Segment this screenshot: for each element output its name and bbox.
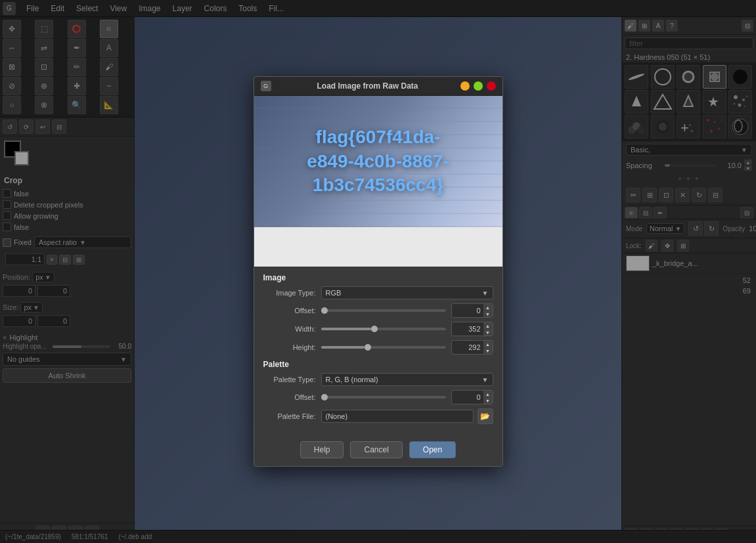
image-offset-row: Offset: ▲ ▼ <box>263 303 493 318</box>
image-type-chevron: ▼ <box>482 290 489 297</box>
image-height-down-btn[interactable]: ▼ <box>483 347 493 354</box>
image-width-spin-btns: ▲ ▼ <box>483 322 493 336</box>
image-height-up-btn[interactable]: ▲ <box>483 341 493 347</box>
image-height-slider-row <box>321 346 446 349</box>
palette-file-row-inner: (None) 📂 <box>321 408 493 424</box>
image-width-slider-row <box>321 328 446 330</box>
dialog-close-btn[interactable] <box>487 81 496 91</box>
palette-type-row: Palette Type: R, G, B (normal) ▼ <box>263 373 493 386</box>
image-type-label: Image Type: <box>263 289 316 297</box>
palette-offset-spin-btns: ▲ ▼ <box>483 391 493 404</box>
image-width-input[interactable] <box>452 323 483 335</box>
image-height-label: Height: <box>263 343 316 351</box>
image-offset-spin-btns: ▲ ▼ <box>483 304 493 317</box>
image-offset-handle <box>321 307 328 314</box>
image-height-row: Height: ▲ ▼ <box>263 340 493 355</box>
image-offset-label: Offset: <box>263 307 316 315</box>
image-offset-track[interactable] <box>321 309 446 312</box>
palette-offset-input[interactable] <box>452 391 483 403</box>
palette-offset-spinbox: ▲ ▼ <box>451 390 493 404</box>
dialog-titlebar: G Load Image from Raw Data <box>254 77 502 96</box>
dialog-title: Load Image from Raw Data <box>317 81 418 91</box>
dialog-maximize-btn[interactable] <box>474 81 483 91</box>
palette-file-value: (None) <box>326 412 348 420</box>
image-width-label: Width: <box>263 325 316 333</box>
image-offset-spinbox: ▲ ▼ <box>451 303 493 318</box>
image-width-spinbox: ▲ ▼ <box>451 322 493 336</box>
dialog-body: Image Image Type: RGB ▼ Offset: <box>254 267 502 435</box>
cancel-button[interactable]: Cancel <box>350 441 402 458</box>
image-offset-input[interactable] <box>452 305 483 316</box>
dialog-controls <box>460 81 496 91</box>
image-width-handle <box>371 326 378 332</box>
palette-type-dropdown[interactable]: R, G, B (normal) ▼ <box>321 373 493 386</box>
dialog-footer: Help Cancel Open <box>254 435 502 466</box>
open-button[interactable]: Open <box>409 441 456 458</box>
palette-file-input: (None) <box>321 410 474 423</box>
image-offset-down-btn[interactable]: ▼ <box>483 311 493 317</box>
palette-section-title: Palette <box>263 360 493 369</box>
image-type-value: RGB <box>326 289 342 297</box>
palette-type-value: R, G, B (normal) <box>326 376 378 383</box>
palette-offset-label: Offset: <box>263 393 316 401</box>
dialog-minimize-btn[interactable] <box>460 81 470 91</box>
dialog-app-icon: G <box>261 81 271 91</box>
image-width-fill <box>321 328 371 330</box>
palette-type-label: Palette Type: <box>263 376 316 383</box>
image-height-spinbox: ▲ ▼ <box>451 340 493 355</box>
help-button[interactable]: Help <box>300 441 344 458</box>
image-width-track[interactable] <box>321 328 446 330</box>
image-height-input[interactable] <box>452 341 483 353</box>
image-width-row: Width: ▲ ▼ <box>263 322 493 336</box>
palette-offset-up-btn[interactable]: ▲ <box>483 391 493 397</box>
dialog-overlay: G Load Image from Raw Data flag{607f41da… <box>0 0 756 543</box>
palette-offset-slider-row <box>321 396 446 399</box>
load-image-dialog: G Load Image from Raw Data flag{607f41da… <box>254 76 503 467</box>
image-section-title: Image <box>263 273 493 282</box>
palette-file-label: Palette File: <box>263 412 316 420</box>
image-type-dropdown[interactable]: RGB ▼ <box>321 286 493 299</box>
palette-offset-handle <box>321 394 328 401</box>
preview-text: flag{607f41da-e849-4c0b-8867-1b3c74536cc… <box>300 119 455 204</box>
preview-white-bar <box>254 227 502 267</box>
image-type-row: Image Type: RGB ▼ <box>263 286 493 299</box>
palette-offset-track[interactable] <box>321 396 446 399</box>
palette-offset-row: Offset: ▲ ▼ <box>263 390 493 404</box>
image-height-spin-btns: ▲ ▼ <box>483 341 493 354</box>
image-offset-slider-row <box>321 309 446 312</box>
palette-type-chevron: ▼ <box>482 376 489 383</box>
palette-file-row: Palette File: (None) 📂 <box>263 408 493 424</box>
image-width-up-btn[interactable]: ▲ <box>483 322 493 329</box>
image-width-down-btn[interactable]: ▼ <box>483 329 493 336</box>
image-height-handle <box>365 344 371 351</box>
image-height-track[interactable] <box>321 346 446 349</box>
palette-offset-down-btn[interactable]: ▼ <box>483 397 493 404</box>
image-offset-up-btn[interactable]: ▲ <box>483 304 493 311</box>
dialog-image-preview: flag{607f41da-e849-4c0b-8867-1b3c74536cc… <box>254 96 502 227</box>
image-height-fill <box>321 346 365 349</box>
palette-file-browse-btn[interactable]: 📂 <box>478 408 493 424</box>
